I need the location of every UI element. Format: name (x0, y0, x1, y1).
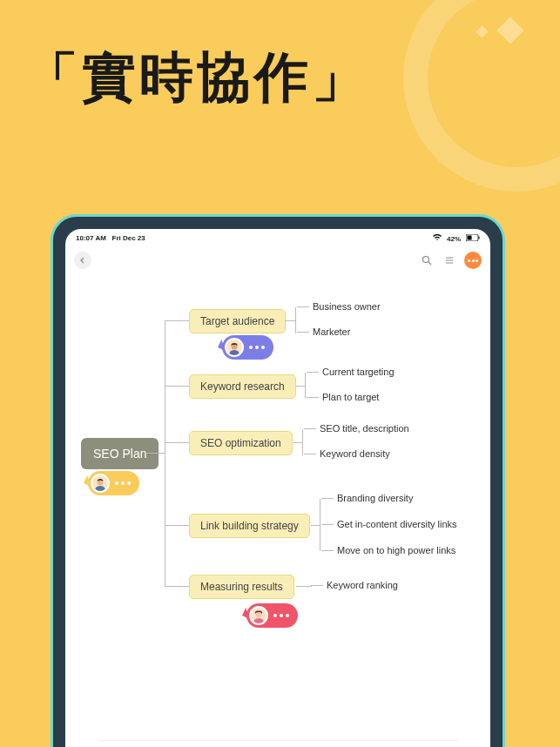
leaf-node[interactable]: Plan to target (322, 392, 379, 402)
connector (165, 320, 165, 586)
mindmap-canvas[interactable]: SEO Plan Target audience Business owner … (65, 273, 490, 656)
connector (320, 499, 320, 551)
search-icon[interactable] (419, 252, 435, 268)
branch-node[interactable]: Keyword research (189, 374, 296, 399)
leaf-node[interactable]: Branding diversity (337, 493, 413, 503)
collaborator-cursor-red (236, 603, 298, 628)
battery-icon (466, 234, 480, 243)
leaf-node[interactable]: Marketer (313, 326, 350, 337)
leaf-node[interactable]: Get in-content diversity links (337, 519, 457, 529)
leaf-node[interactable]: Keyword density (320, 448, 390, 459)
wifi-icon (433, 234, 442, 243)
tablet-frame: 10:07 AM Fri Dec 23 42% (51, 214, 505, 747)
svg-point-10 (256, 612, 262, 618)
leaf-node[interactable]: Current targeting (322, 367, 395, 377)
connector (305, 373, 306, 399)
branch-node[interactable]: Measuring results (189, 575, 294, 599)
connector (293, 442, 302, 443)
branch-node[interactable]: Link building strategy (189, 514, 310, 538)
connector (302, 429, 303, 455)
connector (296, 586, 312, 587)
avatar (249, 606, 268, 625)
connector (311, 525, 320, 526)
connector (165, 320, 189, 321)
battery-label: 42% (447, 235, 461, 243)
connector (296, 386, 305, 387)
collaborator-cursor-yellow (78, 471, 139, 495)
leaf-node[interactable]: Business owner (313, 301, 381, 312)
hero-title: 「實時協作」 (24, 45, 369, 110)
root-node[interactable]: SEO Plan (81, 438, 159, 469)
more-button[interactable] (464, 252, 482, 269)
back-button[interactable] (74, 252, 91, 269)
list-icon[interactable] (442, 252, 457, 268)
connector (165, 586, 189, 587)
svg-line-4 (428, 262, 431, 265)
leaf-node[interactable]: Move on to high power links (337, 545, 455, 555)
connector (165, 525, 189, 526)
leaf-node[interactable]: Keyword ranking (327, 580, 398, 590)
svg-rect-1 (468, 236, 472, 240)
status-bar: 10:07 AM Fri Dec 23 42% (65, 229, 490, 248)
avatar (225, 338, 244, 357)
screen: 10:07 AM Fri Dec 23 42% (65, 229, 490, 747)
svg-rect-2 (479, 237, 480, 239)
connector (285, 320, 295, 321)
connector (165, 442, 189, 443)
status-date: Fri Dec 23 (112, 234, 145, 242)
branch-node[interactable]: Target audience (189, 309, 286, 333)
connector (147, 453, 165, 454)
collaborator-cursor-blue (212, 335, 273, 360)
bottom-toolbar: ↶ Undo ↷ Redo Save Read (98, 740, 457, 747)
branch-node[interactable]: SEO optimization (189, 431, 293, 455)
app-bar (65, 248, 490, 273)
svg-point-3 (423, 257, 429, 263)
leaf-node[interactable]: SEO title, description (320, 423, 409, 434)
status-time: 10:07 AM (76, 234, 106, 242)
avatar (91, 474, 110, 493)
connector (295, 307, 296, 333)
connector (165, 386, 189, 387)
